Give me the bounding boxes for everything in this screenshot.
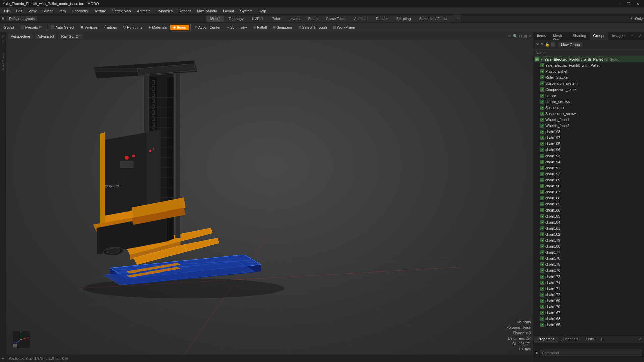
item-checkbox[interactable]: ✓ [540,196,544,200]
menu-vertex-map[interactable]: Vertex Map [110,8,134,14]
item-checkbox[interactable]: ✓ [540,118,544,122]
polygons-button[interactable]: ⬡ Polygons [120,25,145,30]
list-item[interactable]: ✓ chain176 [534,267,644,274]
menu-maxtomodo[interactable]: MaxToModo [194,8,220,14]
item-checkbox[interactable]: ✓ [540,238,544,242]
command-input[interactable] [540,350,642,356]
ray-gl-button[interactable]: Ray GL: Off [58,34,83,39]
item-checkbox[interactable]: ✓ [540,112,544,116]
item-checkbox[interactable]: ✓ [540,281,544,285]
list-item[interactable]: ✓ chain171 [534,286,644,292]
item-checkbox[interactable]: ✓ [540,172,544,176]
group-root-item[interactable]: ✓ ▼ Yale_Electric_Forklift_with_Pallet (… [534,56,644,62]
item-checkbox[interactable]: ✓ [540,178,544,182]
item-checkbox[interactable]: ✓ [540,202,544,206]
list-item[interactable]: ✓ chain185 [534,201,644,207]
menu-system[interactable]: System [237,8,255,14]
menu-help[interactable]: Help [256,8,269,14]
item-checkbox[interactable]: ✓ [540,87,544,92]
menu-file[interactable]: File [1,8,13,14]
item-checkbox[interactable]: ✓ [540,184,544,188]
item-checkbox[interactable]: ✓ [540,232,544,236]
item-checkbox[interactable]: ✓ [540,268,544,273]
tab-animate[interactable]: Animate [350,16,371,22]
list-item[interactable]: ✓ chain186 [534,207,644,213]
bottom-panel-expand-button[interactable]: ⤢ [636,336,644,343]
list-item[interactable]: ✓ Lattice_screws [534,99,644,105]
list-item[interactable]: ✓ Compressor_cable [534,86,644,93]
item-checkbox[interactable]: ✓ [540,287,544,291]
panel-expand-button[interactable]: ⤢ [636,32,644,40]
vp-icon-4[interactable]: ▤ [524,34,527,38]
tab-schematic-fusion[interactable]: Schematic Fusion [415,16,452,22]
tab-model[interactable]: Model [206,16,224,22]
list-item[interactable]: ✓ chain182 [534,231,644,237]
vp-icon-expand[interactable]: ⤢ [528,34,531,38]
item-checkbox[interactable]: ✓ [540,124,544,128]
sidebar-icon-2[interactable]: ▷ [1,39,5,44]
groups-icon-4[interactable]: ⬛ [551,42,556,47]
menu-layout[interactable]: Layout [220,8,237,14]
add-bottom-tab-button[interactable]: + [598,336,605,343]
item-checkbox[interactable]: ✓ [540,311,544,315]
tab-setup[interactable]: Setup [304,16,322,22]
list-item[interactable]: ✓ chain174 [534,280,644,286]
item-checkbox[interactable]: ✓ [540,226,544,230]
maximize-button[interactable]: ❐ [625,2,632,6]
item-checkbox[interactable]: ✓ [540,81,544,85]
menu-dynamics[interactable]: Dynamics [154,8,175,14]
list-item[interactable]: ✓ chain190 [534,183,644,189]
presets-button[interactable]: ⬛ Presets Fil [18,25,45,30]
tab-groups[interactable]: Groups [590,32,609,40]
list-item[interactable]: ✓ chain193 [534,153,644,159]
list-item[interactable]: ✓ chain181 [534,225,644,231]
item-checkbox[interactable]: ✓ [540,160,544,164]
list-item[interactable]: ✓ chain168 [534,316,644,322]
tab-render[interactable]: Render [372,16,392,22]
list-item[interactable]: ✓ chain165 [534,322,644,328]
viewport-area[interactable]: Perspective Advanced Ray GL: Off ⟳ 🔍 ⚙ ▤… [6,32,533,362]
close-button[interactable]: ✕ [634,2,641,6]
list-item[interactable]: ✓ Suspention [534,105,644,111]
menu-view[interactable]: View [26,8,39,14]
list-item[interactable]: ✓ chain194 [534,159,644,165]
vp-icon-3[interactable]: ⚙ [519,34,522,38]
list-item[interactable]: ✓ chain195 [534,141,644,147]
item-checkbox[interactable]: ✓ [540,75,544,79]
list-item[interactable]: ✓ Suspention_screws [534,111,644,117]
new-group-button[interactable]: New Group [558,42,583,47]
tab-shading[interactable]: Shading [569,32,590,40]
menu-geometry[interactable]: Geometry [69,8,91,14]
list-item[interactable]: ✓ Plastic_pallet [534,68,644,74]
minimize-button[interactable]: — [615,2,623,6]
tab-topology[interactable]: Topology [225,16,248,22]
list-item[interactable]: ✓ chain172 [534,292,644,298]
symmetry-button[interactable]: ⇔ Symmetry [224,25,250,30]
list-item[interactable]: ✓ Suspention_system [534,80,644,86]
items-button[interactable]: ◉ Items [170,25,189,30]
list-item[interactable]: ✓ chain183 [534,213,644,219]
item-checkbox[interactable]: ✓ [540,63,544,67]
tab-layout[interactable]: Layout [284,16,304,22]
action-center-button[interactable]: ⊕ Action Center [192,25,223,30]
item-checkbox[interactable]: ✓ [540,256,544,260]
menu-select[interactable]: Select [40,8,55,14]
item-checkbox[interactable]: ✓ [540,136,544,140]
workplane-button[interactable]: ▦ WorkPlane [330,25,358,30]
tab-channels[interactable]: Channels [558,336,582,343]
list-item[interactable]: ✓ chain167 [534,310,644,316]
list-item[interactable]: ✓ Wheels_front2 [534,123,644,129]
item-checkbox[interactable]: ✓ [540,262,544,266]
list-item[interactable]: ✓ Wheels_front1 [534,117,644,123]
groups-list[interactable]: ✓ ▼ Yale_Electric_Forklift_with_Pallet (… [534,56,644,335]
sculpt-button[interactable]: Sculpt [1,25,17,30]
perspective-button[interactable]: Perspective [8,34,33,39]
item-checkbox[interactable]: ✓ [540,69,544,73]
item-checkbox[interactable]: ✓ [540,190,544,194]
list-item[interactable]: ✓ chain198 [534,129,644,135]
menu-animate[interactable]: Animate [134,8,153,14]
list-item[interactable]: ✓ chain178 [534,255,644,261]
tab-scripting[interactable]: Scripting [392,16,415,22]
tab-mesh-ops[interactable]: Mesh Ops [550,32,569,40]
item-checkbox[interactable]: ✓ [540,293,544,297]
